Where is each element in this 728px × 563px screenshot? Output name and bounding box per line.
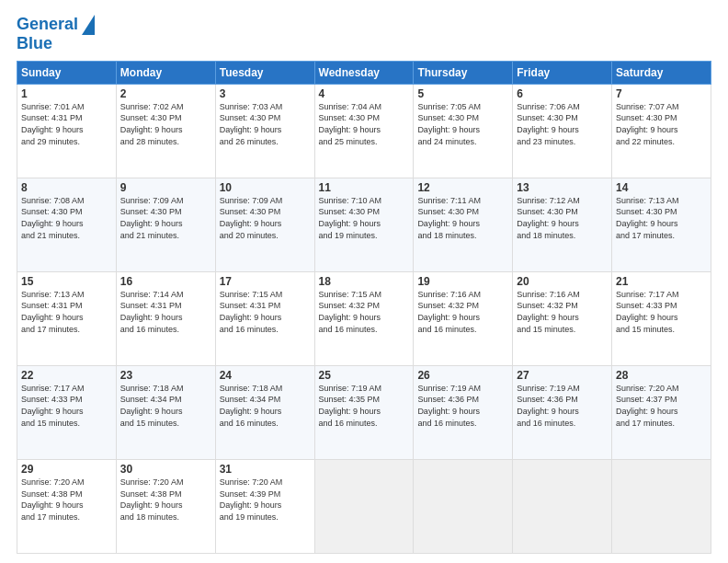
day-info: Sunrise: 7:20 AMSunset: 4:38 PMDaylight:… <box>21 477 112 523</box>
day-info: Sunrise: 7:16 AMSunset: 4:32 PMDaylight:… <box>417 289 508 335</box>
calendar-cell: 20Sunrise: 7:16 AMSunset: 4:32 PMDayligh… <box>513 271 612 365</box>
calendar-cell: 25Sunrise: 7:19 AMSunset: 4:35 PMDayligh… <box>314 365 414 459</box>
day-header-sunday: Sunday <box>17 61 117 84</box>
calendar-cell: 6Sunrise: 7:06 AMSunset: 4:30 PMDaylight… <box>513 84 612 178</box>
calendar-cell: 1Sunrise: 7:01 AMSunset: 4:31 PMDaylight… <box>17 84 117 178</box>
day-info: Sunrise: 7:09 AMSunset: 4:30 PMDaylight:… <box>120 195 211 241</box>
day-number: 30 <box>120 463 211 476</box>
day-info: Sunrise: 7:19 AMSunset: 4:36 PMDaylight:… <box>517 383 608 429</box>
day-number: 18 <box>319 275 410 288</box>
calendar-cell: 22Sunrise: 7:17 AMSunset: 4:33 PMDayligh… <box>17 365 117 459</box>
logo-triangle-icon <box>82 15 95 35</box>
day-number: 10 <box>220 181 311 194</box>
calendar-cell: 16Sunrise: 7:14 AMSunset: 4:31 PMDayligh… <box>116 271 215 365</box>
day-info: Sunrise: 7:13 AMSunset: 4:30 PMDaylight:… <box>616 195 707 241</box>
day-info: Sunrise: 7:17 AMSunset: 4:33 PMDaylight:… <box>616 289 707 335</box>
day-number: 4 <box>319 87 410 100</box>
day-info: Sunrise: 7:18 AMSunset: 4:34 PMDaylight:… <box>120 383 211 429</box>
logo-text: General <box>17 16 78 34</box>
day-info: Sunrise: 7:09 AMSunset: 4:30 PMDaylight:… <box>220 195 311 241</box>
calendar-cell: 19Sunrise: 7:16 AMSunset: 4:32 PMDayligh… <box>414 271 513 365</box>
calendar-row: 22Sunrise: 7:17 AMSunset: 4:33 PMDayligh… <box>17 365 711 459</box>
day-info: Sunrise: 7:05 AMSunset: 4:30 PMDaylight:… <box>417 101 508 147</box>
calendar-cell <box>612 459 711 553</box>
day-number: 15 <box>21 275 112 288</box>
day-number: 1 <box>21 87 112 100</box>
calendar-cell: 28Sunrise: 7:20 AMSunset: 4:37 PMDayligh… <box>612 365 711 459</box>
day-number: 17 <box>220 275 311 288</box>
calendar-cell: 18Sunrise: 7:15 AMSunset: 4:32 PMDayligh… <box>314 271 414 365</box>
day-info: Sunrise: 7:20 AMSunset: 4:37 PMDaylight:… <box>616 383 707 429</box>
calendar-cell: 12Sunrise: 7:11 AMSunset: 4:30 PMDayligh… <box>414 178 513 271</box>
day-number: 23 <box>120 369 211 382</box>
calendar-cell: 3Sunrise: 7:03 AMSunset: 4:30 PMDaylight… <box>215 84 314 178</box>
day-number: 21 <box>616 275 707 288</box>
calendar-cell: 24Sunrise: 7:18 AMSunset: 4:34 PMDayligh… <box>215 365 314 459</box>
day-header-thursday: Thursday <box>414 61 513 84</box>
day-info: Sunrise: 7:08 AMSunset: 4:30 PMDaylight:… <box>21 195 112 241</box>
calendar-cell <box>314 459 414 553</box>
calendar-cell: 21Sunrise: 7:17 AMSunset: 4:33 PMDayligh… <box>612 271 711 365</box>
logo: General Blue <box>17 15 95 53</box>
day-info: Sunrise: 7:15 AMSunset: 4:31 PMDaylight:… <box>220 289 311 335</box>
day-header-tuesday: Tuesday <box>215 61 314 84</box>
day-number: 2 <box>120 87 211 100</box>
calendar-cell: 5Sunrise: 7:05 AMSunset: 4:30 PMDaylight… <box>414 84 513 178</box>
day-info: Sunrise: 7:03 AMSunset: 4:30 PMDaylight:… <box>220 101 311 147</box>
day-header-saturday: Saturday <box>612 61 711 84</box>
day-info: Sunrise: 7:01 AMSunset: 4:31 PMDaylight:… <box>21 101 112 147</box>
calendar-cell: 9Sunrise: 7:09 AMSunset: 4:30 PMDaylight… <box>116 178 215 271</box>
page: General Blue SundayMondayTuesdayWednesda… <box>0 0 728 563</box>
day-info: Sunrise: 7:15 AMSunset: 4:32 PMDaylight:… <box>319 289 410 335</box>
day-number: 6 <box>517 87 608 100</box>
day-number: 22 <box>21 369 112 382</box>
day-number: 24 <box>220 369 311 382</box>
calendar-cell: 27Sunrise: 7:19 AMSunset: 4:36 PMDayligh… <box>513 365 612 459</box>
day-info: Sunrise: 7:14 AMSunset: 4:31 PMDaylight:… <box>120 289 211 335</box>
calendar-cell: 31Sunrise: 7:20 AMSunset: 4:39 PMDayligh… <box>215 459 314 553</box>
day-number: 31 <box>220 463 311 476</box>
calendar-row: 1Sunrise: 7:01 AMSunset: 4:31 PMDaylight… <box>17 84 711 178</box>
calendar-cell: 13Sunrise: 7:12 AMSunset: 4:30 PMDayligh… <box>513 178 612 271</box>
calendar-row: 29Sunrise: 7:20 AMSunset: 4:38 PMDayligh… <box>17 459 711 553</box>
day-info: Sunrise: 7:10 AMSunset: 4:30 PMDaylight:… <box>319 195 410 241</box>
day-number: 13 <box>517 181 608 194</box>
day-info: Sunrise: 7:16 AMSunset: 4:32 PMDaylight:… <box>517 289 608 335</box>
day-number: 27 <box>517 369 608 382</box>
day-number: 28 <box>616 369 707 382</box>
day-info: Sunrise: 7:06 AMSunset: 4:30 PMDaylight:… <box>517 101 608 147</box>
calendar-cell: 15Sunrise: 7:13 AMSunset: 4:31 PMDayligh… <box>17 271 117 365</box>
day-info: Sunrise: 7:19 AMSunset: 4:36 PMDaylight:… <box>417 383 508 429</box>
day-number: 26 <box>417 369 508 382</box>
day-number: 9 <box>120 181 211 194</box>
calendar-cell: 10Sunrise: 7:09 AMSunset: 4:30 PMDayligh… <box>215 178 314 271</box>
calendar-cell: 11Sunrise: 7:10 AMSunset: 4:30 PMDayligh… <box>314 178 414 271</box>
day-header-wednesday: Wednesday <box>314 61 414 84</box>
day-info: Sunrise: 7:20 AMSunset: 4:39 PMDaylight:… <box>220 477 311 523</box>
day-info: Sunrise: 7:02 AMSunset: 4:30 PMDaylight:… <box>120 101 211 147</box>
day-number: 14 <box>616 181 707 194</box>
day-number: 8 <box>21 181 112 194</box>
day-number: 29 <box>21 463 112 476</box>
day-info: Sunrise: 7:20 AMSunset: 4:38 PMDaylight:… <box>120 477 211 523</box>
calendar: SundayMondayTuesdayWednesdayThursdayFrid… <box>17 61 711 554</box>
day-number: 12 <box>417 181 508 194</box>
calendar-cell <box>513 459 612 553</box>
calendar-cell: 23Sunrise: 7:18 AMSunset: 4:34 PMDayligh… <box>116 365 215 459</box>
calendar-cell <box>414 459 513 553</box>
day-info: Sunrise: 7:04 AMSunset: 4:30 PMDaylight:… <box>319 101 410 147</box>
day-info: Sunrise: 7:11 AMSunset: 4:30 PMDaylight:… <box>417 195 508 241</box>
day-header-monday: Monday <box>116 61 215 84</box>
calendar-cell: 8Sunrise: 7:08 AMSunset: 4:30 PMDaylight… <box>17 178 117 271</box>
day-info: Sunrise: 7:12 AMSunset: 4:30 PMDaylight:… <box>517 195 608 241</box>
calendar-row: 8Sunrise: 7:08 AMSunset: 4:30 PMDaylight… <box>17 178 711 271</box>
calendar-cell: 14Sunrise: 7:13 AMSunset: 4:30 PMDayligh… <box>612 178 711 271</box>
calendar-cell: 7Sunrise: 7:07 AMSunset: 4:30 PMDaylight… <box>612 84 711 178</box>
day-number: 16 <box>120 275 211 288</box>
day-number: 11 <box>319 181 410 194</box>
day-header-friday: Friday <box>513 61 612 84</box>
header: General Blue <box>17 15 711 53</box>
logo-text-blue: Blue <box>17 35 52 53</box>
day-info: Sunrise: 7:13 AMSunset: 4:31 PMDaylight:… <box>21 289 112 335</box>
day-info: Sunrise: 7:19 AMSunset: 4:35 PMDaylight:… <box>319 383 410 429</box>
